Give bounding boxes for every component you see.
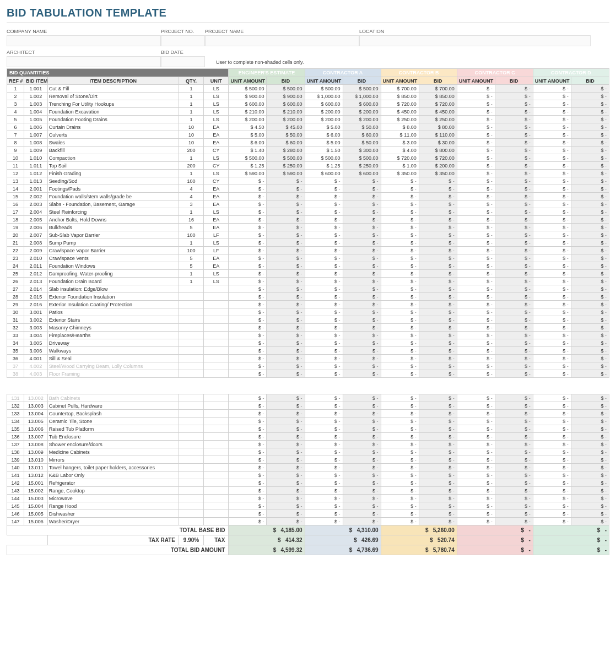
bid-cell[interactable]: $ -: [533, 479, 571, 487]
desc-cell[interactable]: Fireplaces/Hearths: [47, 332, 179, 339]
bid-cell[interactable]: $ -: [533, 131, 571, 139]
bid-cell[interactable]: $ -: [533, 216, 571, 224]
bid-cell[interactable]: $ -: [229, 487, 267, 495]
bid-cell[interactable]: $ -: [305, 402, 343, 410]
bid-cell[interactable]: $ -: [305, 270, 343, 278]
bid-cell[interactable]: $ 1,000.00: [305, 93, 343, 100]
bid-cell[interactable]: $ -: [533, 502, 571, 510]
bid-cell[interactable]: $ -: [305, 339, 343, 347]
bid-cell[interactable]: $ -: [229, 262, 267, 270]
bid-cell[interactable]: $ -: [305, 487, 343, 495]
bid-cell[interactable]: $ -: [533, 433, 571, 441]
bid-cell[interactable]: $ -: [305, 448, 343, 456]
bid-cell[interactable]: $ -: [457, 170, 495, 177]
bid-cell[interactable]: $ -: [533, 347, 571, 355]
qty-cell[interactable]: [179, 355, 203, 362]
qty-cell[interactable]: 1: [179, 93, 203, 100]
unit-cell[interactable]: LS: [204, 278, 229, 285]
bid-cell[interactable]: $ -: [381, 231, 419, 239]
bid-cell[interactable]: $ -: [305, 418, 343, 425]
bid-cell[interactable]: $ -: [381, 208, 419, 216]
bid-cell[interactable]: $ -: [305, 355, 343, 362]
desc-cell[interactable]: Steel Reinforcing: [47, 208, 179, 216]
bid-cell[interactable]: $ -: [305, 208, 343, 216]
qty-cell[interactable]: 1: [179, 239, 203, 247]
qty-cell[interactable]: 1: [179, 100, 203, 108]
bid-cell[interactable]: $ -: [533, 247, 571, 254]
qty-cell[interactable]: 1: [179, 154, 203, 162]
desc-cell[interactable]: Anchor Bolts, Hold Downs: [47, 216, 179, 224]
unit-cell[interactable]: LF: [204, 247, 229, 254]
desc-cell[interactable]: Sump Pump: [47, 239, 179, 247]
bid-cell[interactable]: $ -: [381, 456, 419, 464]
bid-cell[interactable]: $ -: [229, 278, 267, 285]
unit-cell[interactable]: [204, 339, 229, 347]
bid-cell[interactable]: $ 4.00: [381, 147, 419, 154]
bid-cell[interactable]: $ -: [229, 185, 267, 193]
bid-cell[interactable]: $ -: [381, 278, 419, 285]
bid-cell[interactable]: $ -: [381, 518, 419, 525]
bid-cell[interactable]: $ -: [229, 510, 267, 518]
desc-cell[interactable]: Exterior Stairs: [47, 316, 179, 324]
qty-cell[interactable]: [179, 479, 203, 487]
bid-cell[interactable]: $ -: [229, 433, 267, 441]
bid-cell[interactable]: $ -: [229, 448, 267, 456]
desc-cell[interactable]: Cut & Fill: [47, 85, 179, 93]
bid-cell[interactable]: $ -: [229, 208, 267, 216]
qty-cell[interactable]: [179, 441, 203, 448]
unit-cell[interactable]: LS: [204, 85, 229, 93]
bid-cell[interactable]: $ -: [305, 441, 343, 448]
unit-cell[interactable]: [204, 301, 229, 308]
bid-cell[interactable]: $ -: [305, 324, 343, 332]
unit-cell[interactable]: [204, 316, 229, 324]
desc-cell[interactable]: Curtain Drains: [47, 123, 179, 131]
bid-cell[interactable]: $ -: [229, 285, 267, 293]
bid-cell[interactable]: $ -: [457, 402, 495, 410]
bid-cell[interactable]: $ -: [229, 502, 267, 510]
bid-cell[interactable]: $ -: [457, 487, 495, 495]
unit-cell[interactable]: [204, 502, 229, 510]
bid-cell[interactable]: $ -: [533, 495, 571, 502]
bid-cell[interactable]: $ -: [381, 339, 419, 347]
bid-cell[interactable]: $ -: [457, 425, 495, 433]
qty-cell[interactable]: [179, 285, 203, 293]
bid-cell[interactable]: $ -: [457, 216, 495, 224]
bid-cell[interactable]: $ -: [305, 362, 343, 370]
qty-cell[interactable]: [179, 394, 203, 402]
bid-cell[interactable]: $ -: [229, 441, 267, 448]
unit-cell[interactable]: EA: [204, 123, 229, 131]
bid-cell[interactable]: $ -: [533, 116, 571, 123]
unit-cell[interactable]: EA: [204, 193, 229, 200]
bid-cell[interactable]: $ -: [457, 131, 495, 139]
desc-cell[interactable]: Exterior Foundation Insulation: [47, 293, 179, 301]
bid-cell[interactable]: $ 8.00: [381, 123, 419, 131]
desc-cell[interactable]: Exterior Insulation Coating/ Protection: [47, 301, 179, 308]
bid-cell[interactable]: $ -: [229, 247, 267, 254]
desc-cell[interactable]: Masonry Chimneys: [47, 324, 179, 332]
unit-cell[interactable]: [204, 347, 229, 355]
bid-cell[interactable]: $ 5.00: [229, 131, 267, 139]
bid-cell[interactable]: $ -: [381, 262, 419, 270]
qty-cell[interactable]: 16: [179, 216, 203, 224]
bid-cell[interactable]: $ -: [533, 170, 571, 177]
bid-cell[interactable]: $ -: [533, 362, 571, 370]
bid-cell[interactable]: $ -: [457, 185, 495, 193]
qty-cell[interactable]: 10: [179, 139, 203, 147]
bid-cell[interactable]: $ -: [381, 362, 419, 370]
unit-cell[interactable]: EA: [204, 254, 229, 262]
qty-cell[interactable]: [179, 425, 203, 433]
bid-cell[interactable]: $ -: [381, 394, 419, 402]
bid-cell[interactable]: $ 1.25: [229, 162, 267, 170]
bid-cell[interactable]: $ 5.00: [305, 123, 343, 131]
bid-cell[interactable]: $ -: [457, 301, 495, 308]
bid-cell[interactable]: $ -: [305, 495, 343, 502]
unit-cell[interactable]: CY: [204, 147, 229, 154]
qty-cell[interactable]: 1: [179, 116, 203, 123]
bid-cell[interactable]: $ -: [305, 425, 343, 433]
bid-cell[interactable]: $ -: [305, 200, 343, 208]
bid-cell[interactable]: $ -: [381, 347, 419, 355]
qty-cell[interactable]: 1: [179, 85, 203, 93]
desc-cell[interactable]: Removal of Stone/Dirt: [47, 93, 179, 100]
unit-cell[interactable]: [204, 456, 229, 464]
bid-cell[interactable]: $ -: [305, 347, 343, 355]
